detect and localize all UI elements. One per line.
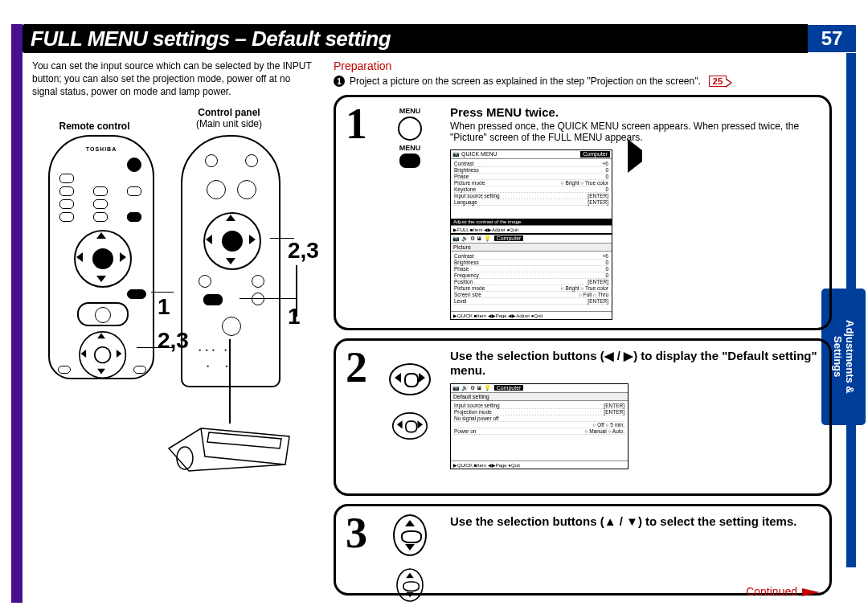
step-2-content: Use the selection buttons (◀ / ▶) to dis… bbox=[450, 349, 818, 469]
device-diagram: TOSHIBA bbox=[32, 135, 321, 513]
quick-menu-rows: Contrast+6Brightness0Phase0Picture mode○… bbox=[451, 159, 612, 219]
step-3-title: Use the selection buttons (▲ / ▼) to sel… bbox=[450, 514, 818, 528]
panel-standby-button bbox=[222, 317, 241, 336]
step-2-icons bbox=[387, 357, 432, 450]
remote-small-button bbox=[93, 199, 108, 209]
right-column: Preparation 1 Project a picture on the s… bbox=[334, 59, 832, 596]
step-1-title: Press MENU twice. bbox=[450, 105, 818, 119]
leader-line bbox=[229, 339, 231, 424]
step-2-box: 2 Use the selection buttons (◀ / ▶) to d… bbox=[334, 338, 832, 496]
panel-menu-button bbox=[203, 294, 223, 305]
full-menu-rows: Contrast+6Brightness0Phase0Frequency0Pos… bbox=[451, 252, 612, 311]
manual-page: FULL MENU settings – Default setting 57 … bbox=[0, 0, 868, 614]
menu-button-icon bbox=[398, 117, 422, 141]
remote-lower-dpad bbox=[79, 331, 124, 376]
left-right-buttons-icon bbox=[389, 363, 431, 395]
remote-vol-rocker bbox=[77, 302, 129, 326]
purple-stripe bbox=[11, 24, 23, 603]
page-ref: 25 bbox=[709, 76, 727, 87]
remote-small-button bbox=[133, 366, 146, 374]
step-number: 2 bbox=[346, 346, 367, 389]
remote-small-button bbox=[59, 186, 74, 196]
panel-dpad bbox=[203, 212, 258, 267]
callout-23: 2,3 bbox=[158, 328, 189, 354]
remote-small-button bbox=[59, 174, 74, 183]
remote-small-button bbox=[93, 186, 108, 196]
preparation-line: 1 Project a picture on the screen as exp… bbox=[334, 76, 832, 87]
panel-button bbox=[252, 275, 264, 288]
page-header: FULL MENU settings – Default setting 57 bbox=[23, 24, 856, 53]
remote-brand: TOSHIBA bbox=[50, 146, 153, 152]
remote-small-button bbox=[59, 199, 74, 209]
step-2-title: Use the selection buttons (◀ / ▶) to dis… bbox=[450, 349, 818, 377]
remote-control-illustration: TOSHIBA bbox=[48, 135, 154, 379]
arrow-right-icon bbox=[628, 150, 642, 162]
page-title: FULL MENU settings – Default setting bbox=[23, 24, 808, 53]
leader-line bbox=[151, 292, 174, 293]
quick-menu-screenshot: 📷 QUICK MENUComputer Contrast+6Brightnes… bbox=[450, 149, 612, 234]
control-panel-illustration: ● ● ● ● ● ● bbox=[181, 135, 280, 387]
default-setting-screenshot: 📷 🔊 ⚙ 🖥 💡 Computer Default setting Input… bbox=[450, 383, 628, 469]
step-1-box: 1 MENU MENU Press MENU twice. When press… bbox=[334, 95, 832, 330]
panel-button bbox=[199, 275, 211, 288]
intro-text: You can set the input source which can b… bbox=[32, 59, 313, 99]
panel-led-row: ● ● bbox=[207, 363, 231, 368]
remote-small-button bbox=[93, 212, 108, 222]
power-button-icon bbox=[127, 158, 141, 172]
panel-led-row: ● ● ● ● bbox=[199, 347, 228, 352]
menu-button-icon bbox=[399, 154, 420, 168]
panel-button bbox=[245, 154, 258, 167]
full-menu-screenshot: 📷 🔊 ⚙ 🖥 💡 Computer Picture Contrast+6Bri… bbox=[450, 234, 612, 320]
step-3-icons bbox=[387, 511, 432, 611]
remote-small-button bbox=[127, 186, 141, 196]
step-1-icons: MENU MENU bbox=[387, 107, 432, 171]
bullet-1-icon: 1 bbox=[334, 76, 345, 87]
remote-label: Remote control bbox=[32, 107, 157, 132]
preparation-heading: Preparation bbox=[334, 59, 832, 72]
preparation-text: Project a picture on the screen as expla… bbox=[350, 76, 701, 87]
up-down-buttons-icon bbox=[393, 514, 427, 556]
panel-button bbox=[205, 154, 218, 167]
device-labels: Remote control Control panel (Main unit … bbox=[32, 107, 313, 132]
left-column: You can set the input source which can b… bbox=[32, 59, 313, 513]
panel-button bbox=[207, 180, 226, 199]
step-3-content: Use the selection buttons (▲ / ▼) to sel… bbox=[450, 514, 818, 528]
remote-small-button bbox=[58, 366, 71, 374]
leader-line bbox=[240, 298, 296, 300]
step-number: 1 bbox=[346, 102, 367, 145]
callout-23: 2,3 bbox=[288, 238, 319, 264]
up-down-buttons-icon bbox=[396, 568, 424, 602]
page-number: 57 bbox=[808, 25, 856, 52]
default-setting-rows: Input source setting[ENTER]Projection mo… bbox=[451, 401, 628, 460]
continued-label: Continued bbox=[746, 585, 820, 598]
remote-small-button bbox=[59, 212, 74, 222]
step-1-content: Press MENU twice. When pressed once, the… bbox=[450, 105, 818, 320]
step-number: 3 bbox=[346, 511, 367, 555]
remote-dpad bbox=[74, 230, 129, 284]
remote-menu-button bbox=[127, 289, 146, 299]
remote-small-button bbox=[127, 212, 141, 222]
step-3-box: 3 Use the selection buttons (▲ / ▼) to s… bbox=[334, 504, 832, 596]
panel-button bbox=[237, 180, 256, 199]
section-tab-label: Adjustments & Settings bbox=[832, 320, 856, 394]
callout-1: 1 bbox=[288, 304, 301, 330]
callout-1: 1 bbox=[158, 294, 170, 320]
left-right-buttons-icon bbox=[392, 412, 428, 440]
panel-label: Control panel (Main unit side) bbox=[165, 107, 293, 132]
